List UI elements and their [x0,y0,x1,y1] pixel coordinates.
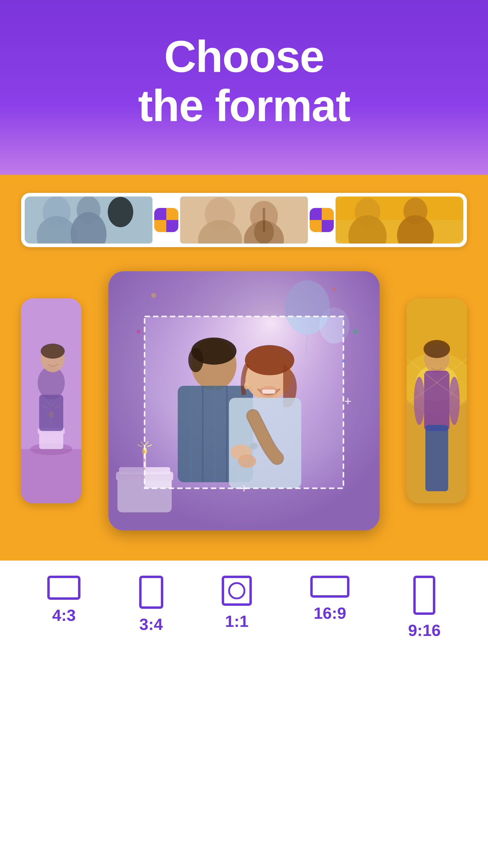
svg-rect-25 [21,449,82,503]
widescreen-icon [310,576,350,598]
svg-rect-57 [226,386,228,482]
format-label-3-4: 3:4 [139,615,163,633]
portrait-icon [139,576,163,609]
svg-rect-92 [425,425,448,491]
format-item-3-4[interactable]: 3:4 [139,576,163,633]
format-label-9-16: 9:16 [408,621,441,640]
side-card-right[interactable] [407,299,467,503]
svg-rect-6 [25,196,153,244]
filmstrip-segment-5[interactable] [335,196,463,244]
square-instagram-icon [222,576,252,606]
3-4-icon-shape [139,576,163,609]
svg-rect-56 [214,386,216,482]
main-scene-content: + + [108,271,380,530]
format-item-4-3[interactable]: 4:3 [47,576,80,624]
format-item-9-16[interactable]: 9:16 [408,576,441,640]
filmstrip-container[interactable] [21,193,467,247]
app-logo-small-2 [310,208,334,232]
format-item-16-9[interactable]: 16:9 [310,576,350,622]
header-section: Choose the format [0,0,488,175]
4-3-icon-shape [47,576,80,600]
filmstrip-logo-1 [154,196,178,244]
format-label-1-1: 1:1 [225,612,249,630]
main-card-center[interactable]: + + [108,271,380,530]
main-section: + + [0,175,488,561]
16-9-icon-shape [310,576,350,598]
svg-rect-54 [190,386,192,482]
svg-rect-91 [424,371,450,431]
vertical-icon [413,576,435,615]
svg-point-66 [244,382,249,390]
right-scene-content [407,299,467,503]
svg-point-37 [41,344,65,359]
filmstrip-inner [25,196,463,244]
header-title-line2: the format [138,81,350,130]
svg-rect-55 [202,386,204,482]
filmstrip-segment-1[interactable] [25,196,153,244]
side-card-left[interactable] [21,299,82,503]
svg-text:+: + [344,395,351,408]
svg-point-90 [424,340,450,358]
svg-rect-14 [180,196,308,244]
9-16-icon-shape [413,576,435,615]
landscape-icon [47,576,80,600]
format-label-16-9: 16:9 [314,604,346,622]
svg-text:+: + [240,482,247,495]
svg-point-52 [188,348,203,372]
left-scene-content [21,299,82,503]
header-title: Choose the format [138,32,350,130]
format-label-4-3: 4:3 [52,606,76,624]
svg-point-93 [414,377,425,425]
filmstrip-logo-2 [310,196,334,244]
svg-point-68 [238,455,256,468]
slideshow-preview-area[interactable]: + + [21,265,467,536]
header-title-line1: Choose [164,32,324,82]
svg-rect-80 [108,316,144,488]
svg-rect-38 [39,395,63,431]
svg-rect-22 [335,196,463,244]
filmstrip-segment-3[interactable] [180,196,308,244]
format-toolbar: 4:3 3:4 1:1 16:9 9:16 [0,561,488,658]
svg-rect-65 [262,390,275,394]
svg-point-94 [449,377,460,425]
format-item-1-1[interactable]: 1:1 [222,576,252,630]
svg-rect-78 [108,271,380,316]
app-logo-small-1 [154,208,178,232]
1-1-icon-shape [222,576,252,606]
